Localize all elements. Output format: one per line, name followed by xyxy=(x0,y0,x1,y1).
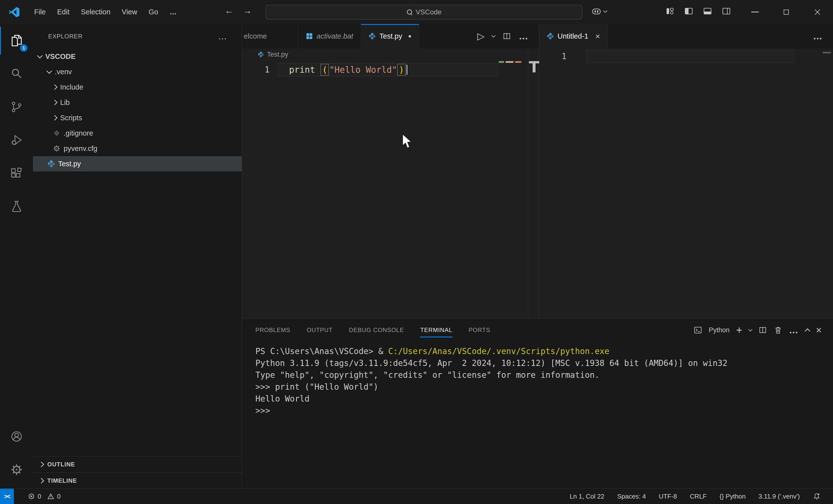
menu-selection[interactable]: Selection xyxy=(77,6,114,18)
tree-item-gitignore[interactable]: .gitignore xyxy=(33,125,242,141)
accounts-button[interactable] xyxy=(0,420,33,453)
activitybar-run-debug[interactable] xyxy=(0,123,33,157)
terminal-shell-label[interactable]: Python xyxy=(709,326,730,334)
menu-more-icon[interactable]: … xyxy=(166,6,181,18)
remote-indicator[interactable]: >< xyxy=(0,489,14,504)
minimap-divider xyxy=(528,48,528,318)
navigate-forward-icon[interactable]: → xyxy=(243,5,252,16)
activitybar-explorer[interactable]: 1 xyxy=(0,24,33,57)
tree-item-vscode[interactable]: VSCODE xyxy=(33,49,242,64)
breadcrumb[interactable]: Test.py xyxy=(242,48,539,61)
error-count: 0 xyxy=(38,493,41,500)
minimap-mark xyxy=(499,61,504,63)
error-icon xyxy=(28,493,35,500)
menu-file[interactable]: File xyxy=(30,6,50,18)
tab-activate-bat[interactable]: activate.bat xyxy=(298,24,361,48)
more-actions-icon[interactable]: … xyxy=(813,35,823,38)
navigate-back-icon[interactable]: ← xyxy=(225,5,234,16)
editor-body[interactable]: 1 xyxy=(539,50,833,320)
sidebar-header: EXPLORER … xyxy=(33,24,242,49)
tab-ports[interactable]: PORTS xyxy=(469,322,490,338)
terminal-output[interactable]: PS C:\Users\Anas\VSCode> & C:/Users/Anas… xyxy=(242,341,833,417)
python-file-icon xyxy=(368,32,376,40)
unsaved-changes-dot[interactable]: ● xyxy=(408,33,411,39)
minimap-marker: T xyxy=(529,59,537,75)
new-terminal-button[interactable]: + xyxy=(736,326,742,334)
menu-go[interactable]: Go xyxy=(145,6,162,18)
tree-item-test-py[interactable]: Test.py xyxy=(33,156,242,171)
tree-item-venv[interactable]: .venv xyxy=(33,64,242,79)
tab-welcome[interactable]: elcome xyxy=(242,24,298,48)
close-panel-icon[interactable]: × xyxy=(816,326,822,334)
activitybar-extensions[interactable] xyxy=(0,157,33,190)
tree-item-scripts[interactable]: Scripts xyxy=(33,110,242,125)
language-mode-status[interactable]: {} Python xyxy=(719,493,746,500)
tree-item-lib[interactable]: Lib xyxy=(33,95,242,110)
maximize-button[interactable] xyxy=(771,0,802,24)
more-actions-icon[interactable]: … xyxy=(519,35,529,38)
tree-item-label: Include xyxy=(60,83,84,91)
eol-status[interactable]: CRLF xyxy=(690,493,707,500)
command-center-search[interactable]: VSCode xyxy=(265,5,582,20)
panel-tabs: PROBLEMS OUTPUT DEBUG CONSOLE TERMINAL P… xyxy=(242,322,490,338)
search-icon xyxy=(406,9,413,15)
encoding-status[interactable]: UTF-8 xyxy=(659,493,677,500)
terminal-icon xyxy=(693,326,702,335)
layout-controls xyxy=(665,6,731,16)
maximize-panel-chevron-icon[interactable] xyxy=(805,328,810,334)
tree-item-include[interactable]: Include xyxy=(33,79,242,95)
customize-layout-icon[interactable] xyxy=(665,6,675,16)
timeline-section-header[interactable]: TIMELINE xyxy=(33,472,242,489)
minimize-button[interactable] xyxy=(739,0,771,24)
warning-icon xyxy=(47,493,54,500)
tab-untitled-1[interactable]: Untitled-1 × xyxy=(539,24,608,48)
kill-terminal-trash-icon[interactable] xyxy=(774,326,783,335)
token-print: print xyxy=(289,65,320,75)
activitybar-search[interactable] xyxy=(0,57,33,90)
status-bar-right: Ln 1, Col 22 Spaces: 4 UTF-8 CRLF {} Pyt… xyxy=(570,493,833,500)
editor-body[interactable]: Test.py 1 print ("Hello World") xyxy=(242,48,539,318)
terminal-toolbar: Python + … × xyxy=(693,326,833,335)
code-line-1[interactable]: 1 print ("Hello World") xyxy=(242,63,539,76)
indentation-status[interactable]: Spaces: 4 xyxy=(617,493,646,500)
notifications-bell-icon[interactable] xyxy=(813,493,820,500)
run-python-file-button[interactable]: ▷ xyxy=(477,31,484,41)
toggle-secondary-sidebar-icon[interactable] xyxy=(722,6,731,16)
chevron-right-icon xyxy=(39,462,44,467)
more-actions-icon[interactable]: … xyxy=(789,329,799,331)
tree-item-label: Lib xyxy=(60,98,70,106)
search-icon xyxy=(10,67,23,80)
tab-debug-console[interactable]: DEBUG CONSOLE xyxy=(349,322,404,338)
split-terminal-icon[interactable] xyxy=(758,326,767,335)
close-tab-icon[interactable]: × xyxy=(595,31,600,41)
code-line-1[interactable]: 1 xyxy=(539,50,833,63)
manage-settings-button[interactable] xyxy=(0,453,33,486)
split-editor-icon[interactable] xyxy=(502,32,511,41)
problems-status[interactable]: 0 0 xyxy=(28,493,64,500)
cursor-position-status[interactable]: Ln 1, Col 22 xyxy=(570,493,604,500)
activitybar-source-control[interactable] xyxy=(0,90,33,123)
tab-test-py[interactable]: Test.py ● xyxy=(361,24,419,48)
terminal-dropdown-chevron-icon[interactable] xyxy=(748,327,752,332)
explorer-more-actions-icon[interactable]: … xyxy=(218,35,227,38)
menu-edit[interactable]: Edit xyxy=(53,6,73,18)
tab-problems[interactable]: PROBLEMS xyxy=(255,322,290,338)
toggle-panel-icon[interactable] xyxy=(703,6,712,16)
outline-section-header[interactable]: OUTLINE xyxy=(33,456,242,472)
toggle-primary-sidebar-icon[interactable] xyxy=(684,6,693,16)
run-dropdown-chevron-icon[interactable] xyxy=(492,33,496,38)
menu-view[interactable]: View xyxy=(118,6,141,18)
python-interpreter-status[interactable]: 3.11.9 ('.venv') xyxy=(759,493,800,500)
close-window-button[interactable] xyxy=(802,0,833,24)
tab-output[interactable]: OUTPUT xyxy=(307,322,333,338)
copilot-button[interactable] xyxy=(592,6,607,16)
activitybar-testing[interactable] xyxy=(0,190,33,223)
minimap-scrollbar[interactable]: T xyxy=(498,48,539,318)
account-icon xyxy=(10,430,23,443)
window-controls xyxy=(739,0,833,24)
terminal-line: >>> print ("Hello World") xyxy=(255,381,833,393)
tree-item-pyvenv-cfg[interactable]: pyvenv.cfg xyxy=(33,141,242,156)
tab-terminal[interactable]: TERMINAL xyxy=(420,322,452,338)
tab-label: elcome xyxy=(244,32,267,40)
explorer-badge: 1 xyxy=(20,44,27,52)
